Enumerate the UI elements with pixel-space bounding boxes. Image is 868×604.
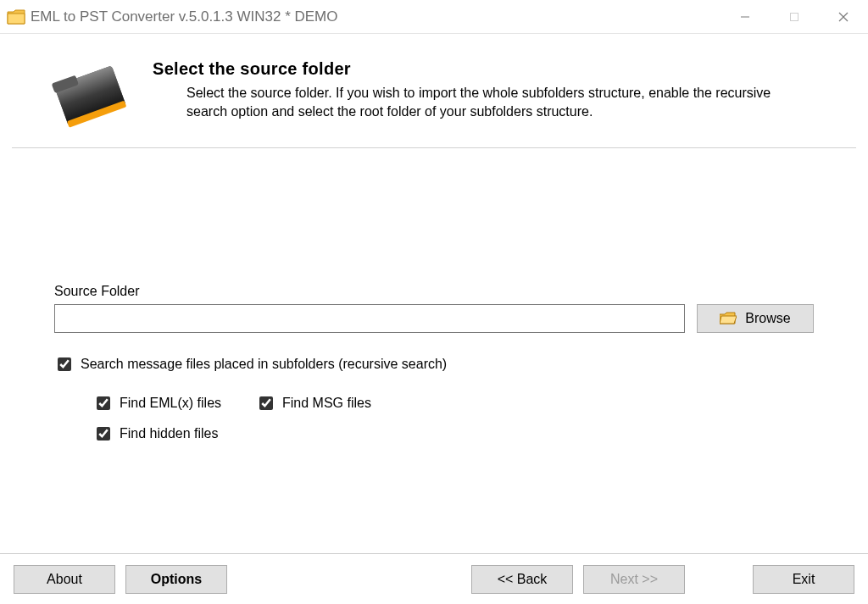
options-button[interactable]: Options [125, 565, 227, 594]
minimize-button[interactable] [721, 0, 770, 34]
about-button[interactable]: About [14, 565, 115, 594]
wizard-header: Select the source folder Select the sour… [12, 34, 856, 148]
wizard-body: Source Folder Browse Search message file… [0, 284, 868, 443]
wizard-footer: About Options << Back Next >> Exit [0, 553, 868, 604]
wizard-description: Select the source folder. If you wish to… [153, 84, 814, 122]
find-emlx-label: Find EML(x) files [120, 396, 221, 411]
svg-rect-1 [791, 13, 798, 20]
close-button[interactable] [819, 0, 868, 34]
recursive-search-label: Search message files placed in subfolder… [81, 357, 447, 372]
recursive-search-checkbox[interactable]: Search message files placed in subfolder… [54, 355, 447, 374]
source-folder-input[interactable] [54, 304, 685, 333]
exit-button[interactable]: Exit [753, 565, 854, 594]
title-bar: EML to PST Converter v.5.0.1.3 WIN32 * D… [0, 0, 868, 34]
svg-rect-0 [741, 16, 749, 17]
browse-button[interactable]: Browse [697, 304, 814, 333]
find-emlx-checkbox[interactable]: Find EML(x) files [93, 394, 229, 413]
wizard-heading: Select the source folder [153, 59, 819, 79]
wizard-folder-art-icon [44, 59, 137, 132]
find-hidden-label: Find hidden files [120, 426, 219, 441]
app-folder-icon [7, 8, 25, 25]
back-button[interactable]: << Back [471, 565, 573, 594]
maximize-button[interactable] [770, 0, 819, 34]
find-msg-label: Find MSG files [282, 396, 371, 411]
find-hidden-checkbox[interactable]: Find hidden files [93, 424, 229, 443]
find-msg-checkbox[interactable]: Find MSG files [256, 394, 392, 413]
next-button[interactable]: Next >> [583, 565, 685, 594]
browse-button-label: Browse [745, 311, 790, 326]
open-folder-icon [720, 312, 737, 325]
source-folder-label: Source Folder [54, 284, 814, 299]
window-controls [721, 0, 868, 34]
window-title: EML to PST Converter v.5.0.1.3 WIN32 * D… [31, 8, 721, 25]
